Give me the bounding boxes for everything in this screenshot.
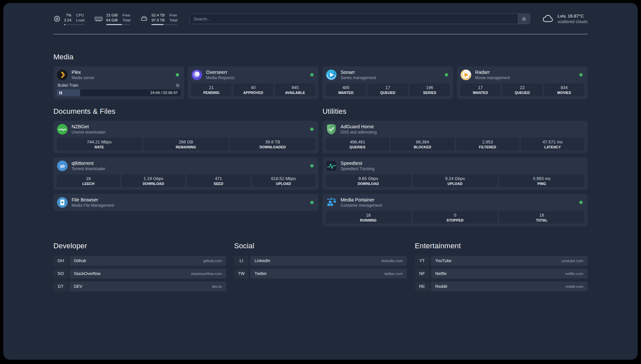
documents-section: Documents & Files nzbget xyxy=(53,99,319,211)
service-description: Movie management xyxy=(475,76,510,80)
service-description: Media Requests xyxy=(206,76,235,80)
bookmark-url: stackoverflow.com xyxy=(191,272,222,276)
cloud-icon xyxy=(542,15,554,23)
service-description: Media File Management xyxy=(72,203,114,208)
service-card-overseerr[interactable]: Overseerr Media Requests 21 PENDING 40 A… xyxy=(188,66,319,99)
playback-progress-fill xyxy=(57,89,80,96)
memory-progress-fill xyxy=(106,24,122,25)
bookmark-name: LinkedIn xyxy=(255,258,270,263)
bookmark-name: StackOverflow xyxy=(74,271,101,276)
entertainment-section-heading: Entertainment xyxy=(415,242,588,250)
plex-icon xyxy=(57,69,68,80)
bookmark-stackoverflow[interactable]: SO StackOverflow stackoverflow.com xyxy=(53,269,226,279)
bookmark-url: github.com xyxy=(203,259,222,263)
disk-total-value: 97.9 TB xyxy=(151,18,165,23)
service-description: DNS and adblocking xyxy=(341,130,377,135)
weather-location: Lviv, 16.87°C xyxy=(558,13,588,19)
resource-widgets: 7% 3.24 CPU Load xyxy=(53,13,177,25)
bookmark-name: Netflix xyxy=(435,271,447,276)
stat-tile: 2,953 FILTERED xyxy=(456,138,519,150)
bookmark-netflix[interactable]: NF Netflix netflix.com xyxy=(415,269,588,279)
service-card-nzbget[interactable]: nzbget NZBGet Usenet downloader 74 xyxy=(53,121,319,153)
speedtest-icon xyxy=(326,160,337,171)
stat-tile: 0 STOPPED xyxy=(412,211,498,224)
stat-tile: 16 RUNNING xyxy=(326,211,411,224)
portainer-icon xyxy=(326,197,337,208)
service-card-sonarr[interactable]: Sonarr Series management 485 WANTED 17 Q… xyxy=(322,66,453,99)
top-bar: 7% 3.24 CPU Load xyxy=(53,13,588,25)
bookmark-url: netflix.com xyxy=(565,272,583,276)
memory-total-value: 64 GiB xyxy=(106,18,118,23)
bookmark-abbr: DT xyxy=(53,282,68,291)
stat-tile: 834 MOVIES xyxy=(544,83,584,96)
stat-tile: 0.993 ms PING xyxy=(499,174,584,187)
bookmark-url: reddit.com xyxy=(565,285,583,288)
bookmark-abbr: RE xyxy=(415,282,429,291)
stat-tile: 86,384 BLOCKED xyxy=(391,138,454,150)
service-card-radarr[interactable]: Radarr Movie management 17 WANTED 22 QUE… xyxy=(457,66,588,99)
service-card-plex[interactable]: Plex Media server Bullet Train ⚙ 24:44 /… xyxy=(53,66,184,99)
pause-icon[interactable] xyxy=(59,91,62,94)
service-description: Usenet downloader xyxy=(72,130,106,135)
stat-tile: 47.571 ms LATENCY xyxy=(521,138,584,150)
bookmark-abbr: LI xyxy=(234,256,249,266)
stat-tile: 618.52 Mbps UPLOAD xyxy=(252,174,315,187)
stat-tile: 485 WANTED xyxy=(326,83,366,96)
service-card-adguard[interactable]: AdGuard Home DNS and adblocking 498,461 … xyxy=(322,121,588,153)
bookmark-url: twitter.com xyxy=(384,272,403,276)
bookmark-youtube[interactable]: YT YouTube youtube.com xyxy=(415,256,588,266)
bookmark-abbr: NF xyxy=(415,269,429,279)
bookmark-twitter[interactable]: TW Twitter twitter.com xyxy=(234,269,407,279)
disk-progress-fill xyxy=(151,24,163,25)
bookmark-group-entertainment: Entertainment YT YouTube youtube.com NF … xyxy=(415,242,588,294)
service-description: Container management xyxy=(341,203,382,208)
bookmark-dev[interactable]: DT DEV dev.to xyxy=(53,282,226,291)
search-input[interactable] xyxy=(190,14,518,24)
overseerr-icon xyxy=(191,69,202,80)
service-name: qBittorrent xyxy=(72,161,106,166)
bookmark-github[interactable]: GH Github github.com xyxy=(53,256,226,266)
disk-icon xyxy=(140,15,148,22)
social-section-heading: Social xyxy=(234,242,407,250)
bookmark-url: youtube.com xyxy=(562,259,583,263)
status-indicator xyxy=(310,201,314,204)
stat-tile: 1.19 Gbps DOWNLOAD xyxy=(122,174,185,187)
media-section-heading: Media xyxy=(53,53,588,61)
stat-tile: 196 SERIES xyxy=(410,83,450,96)
service-card-portainer[interactable]: Media Portainer Container management 16 … xyxy=(322,194,588,227)
status-indicator xyxy=(176,73,179,76)
bookmark-reddit[interactable]: RE Reddit reddit.com xyxy=(415,282,588,291)
cpu-icon xyxy=(53,15,61,22)
qbittorrent-icon: qb xyxy=(57,160,68,171)
service-card-qbittorrent[interactable]: qb qBittorrent Torrent downloader xyxy=(53,157,319,190)
weather-condition: scattered clouds xyxy=(558,19,588,25)
disk-total-label: Total xyxy=(169,18,177,23)
service-description: Media server xyxy=(72,76,94,80)
bookmark-linkedin[interactable]: LI LinkedIn linkedin.com xyxy=(234,256,407,266)
cpu-load-value: 3.24 xyxy=(64,18,71,23)
svg-text:nzbget: nzbget xyxy=(58,128,67,131)
search-provider-button[interactable]: G xyxy=(518,14,530,24)
status-indicator xyxy=(310,164,314,167)
service-card-speedtest[interactable]: Speedtest Speedtest Tracking 9.65 Gbps D… xyxy=(322,157,588,190)
bookmark-name: Github xyxy=(74,258,86,263)
cpu-progress-fill xyxy=(64,24,65,25)
memory-progress-bar xyxy=(106,24,130,25)
gear-icon[interactable]: ⚙ xyxy=(175,83,180,88)
utilities-section: Utilities xyxy=(322,99,588,227)
media-section: Plex Media server Bullet Train ⚙ 24:44 /… xyxy=(53,66,588,99)
service-card-filebrowser[interactable]: File Browser Media File Management xyxy=(53,194,319,211)
bookmark-name: Twitter xyxy=(255,271,267,276)
documents-section-heading: Documents & Files xyxy=(53,107,319,116)
svg-text:qb: qb xyxy=(60,164,65,168)
service-name: AdGuard Home xyxy=(341,124,377,129)
stat-tile: 16 LEECH xyxy=(57,174,120,187)
bookmark-group-social: Social LI LinkedIn linkedin.com TW Twitt… xyxy=(234,242,407,282)
bookmark-abbr: YT xyxy=(415,256,429,266)
bookmark-name: DEV xyxy=(74,284,82,289)
adguard-icon xyxy=(326,124,337,135)
weather-widget: Lviv, 16.87°C scattered clouds xyxy=(542,13,588,25)
cpu-percent: 7% xyxy=(64,13,71,18)
bookmark-group-developer: Developer GH Github github.com SO StackO… xyxy=(53,242,226,294)
cpu-load-label: Load xyxy=(76,18,84,23)
